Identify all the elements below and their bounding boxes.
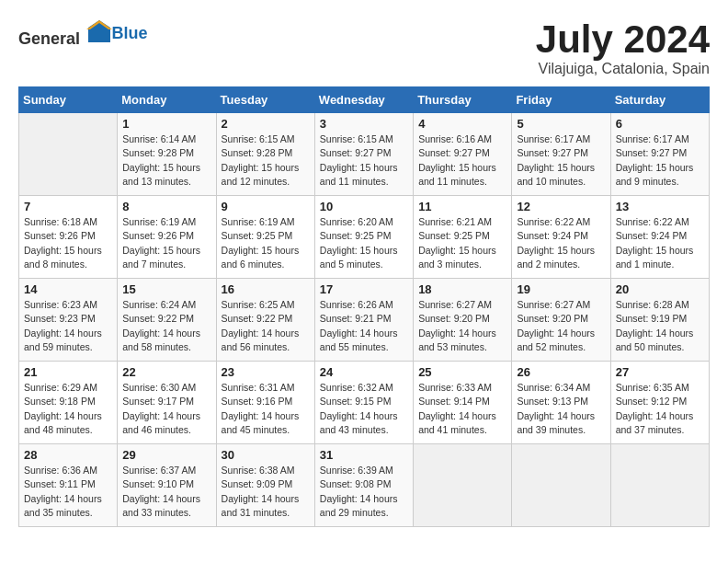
cell-info: Sunrise: 6:18 AM Sunset: 9:26 PM Dayligh… [24, 215, 112, 271]
cell-info: Sunrise: 6:22 AM Sunset: 9:24 PM Dayligh… [517, 215, 605, 271]
cell-info: Sunrise: 6:30 AM Sunset: 9:17 PM Dayligh… [122, 381, 210, 437]
day-number: 10 [320, 200, 408, 213]
cell-info: Sunrise: 6:17 AM Sunset: 9:27 PM Dayligh… [616, 132, 704, 189]
subtitle: Vilajuiga, Catalonia, Spain [536, 61, 710, 77]
calendar-cell: 12Sunrise: 6:22 AM Sunset: 9:24 PM Dayli… [512, 196, 610, 279]
cell-info: Sunrise: 6:22 AM Sunset: 9:24 PM Dayligh… [616, 215, 704, 271]
calendar-cell: 14Sunrise: 6:23 AM Sunset: 9:23 PM Dayli… [19, 279, 118, 362]
cell-info: Sunrise: 6:39 AM Sunset: 9:08 PM Dayligh… [320, 464, 408, 520]
page-header: General Blue July 2024 Vilajuiga, Catalo… [18, 18, 710, 77]
cell-info: Sunrise: 6:28 AM Sunset: 9:19 PM Dayligh… [616, 298, 704, 354]
day-number: 1 [122, 117, 210, 131]
cell-info: Sunrise: 6:17 AM Sunset: 9:27 PM Dayligh… [517, 132, 605, 189]
cell-info: Sunrise: 6:26 AM Sunset: 9:21 PM Dayligh… [320, 298, 408, 354]
calendar-table: SundayMondayTuesdayWednesdayThursdayFrid… [18, 86, 710, 527]
day-number: 25 [418, 365, 506, 379]
title-area: July 2024 Vilajuiga, Catalonia, Spain [536, 18, 710, 77]
day-number: 29 [122, 448, 210, 462]
calendar-cell: 8Sunrise: 6:19 AM Sunset: 9:26 PM Daylig… [118, 196, 216, 279]
day-number: 7 [24, 200, 112, 213]
cell-info: Sunrise: 6:34 AM Sunset: 9:13 PM Dayligh… [517, 381, 605, 437]
day-number: 19 [517, 282, 605, 296]
day-number: 17 [320, 282, 408, 296]
calendar-cell: 2Sunrise: 6:15 AM Sunset: 9:28 PM Daylig… [216, 113, 314, 196]
cell-info: Sunrise: 6:19 AM Sunset: 9:26 PM Dayligh… [122, 215, 210, 271]
logo-general-text: General [18, 29, 80, 48]
cell-info: Sunrise: 6:32 AM Sunset: 9:15 PM Dayligh… [320, 381, 408, 437]
calendar-cell: 10Sunrise: 6:20 AM Sunset: 9:25 PM Dayli… [314, 196, 413, 279]
day-number: 12 [517, 200, 605, 213]
weekday-header-tuesday: Tuesday [216, 87, 314, 113]
day-number: 4 [418, 117, 506, 131]
day-number: 28 [24, 448, 112, 462]
week-row-1: 1Sunrise: 6:14 AM Sunset: 9:28 PM Daylig… [19, 113, 710, 196]
calendar-cell: 22Sunrise: 6:30 AM Sunset: 9:17 PM Dayli… [118, 362, 216, 444]
calendar-cell [512, 444, 610, 527]
logo-blue-text: Blue [112, 24, 148, 42]
week-row-4: 21Sunrise: 6:29 AM Sunset: 9:18 PM Dayli… [19, 362, 710, 444]
day-number: 5 [517, 117, 605, 131]
logo-icon [86, 18, 112, 44]
weekday-header-monday: Monday [118, 87, 216, 113]
calendar-cell: 15Sunrise: 6:24 AM Sunset: 9:22 PM Dayli… [118, 279, 216, 362]
day-number: 16 [222, 282, 310, 296]
calendar-cell: 23Sunrise: 6:31 AM Sunset: 9:16 PM Dayli… [216, 362, 314, 444]
day-number: 14 [24, 282, 112, 296]
cell-info: Sunrise: 6:20 AM Sunset: 9:25 PM Dayligh… [320, 215, 408, 271]
day-number: 6 [616, 117, 704, 131]
calendar-cell: 7Sunrise: 6:18 AM Sunset: 9:26 PM Daylig… [19, 196, 118, 279]
cell-info: Sunrise: 6:27 AM Sunset: 9:20 PM Dayligh… [517, 298, 605, 354]
weekday-header-thursday: Thursday [414, 87, 512, 113]
day-number: 31 [320, 448, 408, 462]
cell-info: Sunrise: 6:37 AM Sunset: 9:10 PM Dayligh… [122, 464, 210, 520]
day-number: 15 [122, 282, 210, 296]
cell-info: Sunrise: 6:19 AM Sunset: 9:25 PM Dayligh… [222, 215, 310, 271]
cell-info: Sunrise: 6:21 AM Sunset: 9:25 PM Dayligh… [418, 215, 506, 271]
calendar-cell: 17Sunrise: 6:26 AM Sunset: 9:21 PM Dayli… [314, 279, 413, 362]
cell-info: Sunrise: 6:33 AM Sunset: 9:14 PM Dayligh… [418, 381, 506, 437]
calendar-cell: 6Sunrise: 6:17 AM Sunset: 9:27 PM Daylig… [610, 113, 709, 196]
calendar-cell [19, 113, 118, 196]
calendar-cell: 28Sunrise: 6:36 AM Sunset: 9:11 PM Dayli… [19, 444, 118, 527]
week-row-5: 28Sunrise: 6:36 AM Sunset: 9:11 PM Dayli… [19, 444, 710, 527]
weekday-header-sunday: Sunday [19, 87, 118, 113]
weekday-header-wednesday: Wednesday [314, 87, 413, 113]
calendar-cell: 13Sunrise: 6:22 AM Sunset: 9:24 PM Dayli… [610, 196, 709, 279]
day-number: 21 [24, 365, 112, 379]
day-number: 24 [320, 365, 408, 379]
cell-info: Sunrise: 6:38 AM Sunset: 9:09 PM Dayligh… [222, 464, 310, 520]
day-number: 18 [418, 282, 506, 296]
cell-info: Sunrise: 6:23 AM Sunset: 9:23 PM Dayligh… [24, 298, 112, 354]
cell-info: Sunrise: 6:29 AM Sunset: 9:18 PM Dayligh… [24, 381, 112, 437]
cell-info: Sunrise: 6:15 AM Sunset: 9:27 PM Dayligh… [320, 132, 408, 189]
day-number: 30 [222, 448, 310, 462]
calendar-cell: 3Sunrise: 6:15 AM Sunset: 9:27 PM Daylig… [314, 113, 413, 196]
day-number: 8 [122, 200, 210, 213]
day-number: 3 [320, 117, 408, 131]
calendar-cell: 25Sunrise: 6:33 AM Sunset: 9:14 PM Dayli… [414, 362, 512, 444]
calendar-cell: 9Sunrise: 6:19 AM Sunset: 9:25 PM Daylig… [216, 196, 314, 279]
main-title: July 2024 [536, 18, 710, 61]
day-number: 26 [517, 365, 605, 379]
calendar-cell: 19Sunrise: 6:27 AM Sunset: 9:20 PM Dayli… [512, 279, 610, 362]
calendar-cell: 4Sunrise: 6:16 AM Sunset: 9:27 PM Daylig… [414, 113, 512, 196]
svg-marker-0 [88, 20, 110, 42]
day-number: 27 [616, 365, 704, 379]
weekday-header-row: SundayMondayTuesdayWednesdayThursdayFrid… [19, 87, 710, 113]
week-row-3: 14Sunrise: 6:23 AM Sunset: 9:23 PM Dayli… [19, 279, 710, 362]
cell-info: Sunrise: 6:24 AM Sunset: 9:22 PM Dayligh… [122, 298, 210, 354]
calendar-cell: 18Sunrise: 6:27 AM Sunset: 9:20 PM Dayli… [414, 279, 512, 362]
day-number: 22 [122, 365, 210, 379]
day-number: 9 [222, 200, 310, 213]
cell-info: Sunrise: 6:27 AM Sunset: 9:20 PM Dayligh… [418, 298, 506, 354]
cell-info: Sunrise: 6:25 AM Sunset: 9:22 PM Dayligh… [222, 298, 310, 354]
day-number: 2 [222, 117, 310, 131]
calendar-cell: 26Sunrise: 6:34 AM Sunset: 9:13 PM Dayli… [512, 362, 610, 444]
calendar-cell: 11Sunrise: 6:21 AM Sunset: 9:25 PM Dayli… [414, 196, 512, 279]
cell-info: Sunrise: 6:31 AM Sunset: 9:16 PM Dayligh… [222, 381, 310, 437]
day-number: 13 [616, 200, 704, 213]
week-row-2: 7Sunrise: 6:18 AM Sunset: 9:26 PM Daylig… [19, 196, 710, 279]
day-number: 23 [222, 365, 310, 379]
cell-info: Sunrise: 6:35 AM Sunset: 9:12 PM Dayligh… [616, 381, 704, 437]
logo: General Blue [18, 18, 148, 49]
